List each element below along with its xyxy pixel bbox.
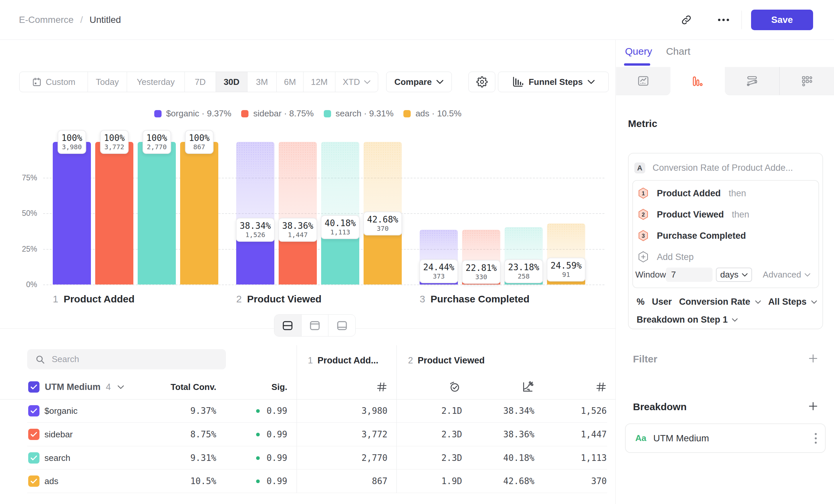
search-input[interactable]	[52, 354, 211, 364]
share-link-button[interactable]	[678, 12, 694, 28]
row-checkbox[interactable]	[28, 452, 40, 463]
tab-retention[interactable]	[779, 67, 834, 95]
legend-item-sidebar[interactable]: sidebar · 8.75%	[241, 109, 313, 119]
funnel-bar[interactable]	[505, 271, 543, 284]
count-icon[interactable]	[595, 381, 607, 393]
metric-letter-badge: A	[634, 162, 645, 174]
measure-steps-select[interactable]: All Steps	[768, 297, 807, 307]
save-button[interactable]: Save	[751, 9, 813, 30]
breakdown-on-step-select[interactable]: Breakdown on Step 1	[637, 315, 738, 325]
compare-label: Compare	[394, 77, 432, 87]
layout-chart-button[interactable]	[302, 315, 329, 336]
retention-icon	[800, 74, 814, 88]
tab-query[interactable]: Query	[625, 46, 652, 57]
topbar-divider	[742, 10, 742, 29]
step-hexagon-badge: 3	[638, 230, 649, 242]
total-conv-header[interactable]: Total Conv.	[170, 375, 216, 399]
row-checkbox[interactable]	[28, 405, 40, 416]
breakdown-count: 4	[106, 382, 111, 392]
funnel-bar[interactable]	[95, 142, 133, 284]
funnel-bar[interactable]	[321, 227, 359, 284]
measure-symbol: %	[637, 297, 644, 307]
add-breakdown-button[interactable]	[808, 401, 818, 411]
add-filter-button[interactable]	[808, 353, 818, 363]
top-bar: E-Commerce / Untitled Save	[0, 0, 834, 40]
legend-item-organic[interactable]: $organic · 9.37%	[154, 109, 232, 119]
legend-item-ads[interactable]: ads · 10.5%	[403, 109, 461, 119]
conv-rate-icon[interactable]	[522, 381, 534, 393]
query-step-row[interactable]: 3Purchase Completed	[638, 230, 746, 241]
table-row[interactable]: search9.31%0.992,7702.3D40.18%1,113	[0, 446, 616, 470]
report-title[interactable]: Untitled	[90, 15, 121, 25]
query-step-row[interactable]: 2Product Viewedthen	[638, 209, 749, 220]
window-value-input[interactable]	[666, 268, 712, 282]
callout-count: 2,770	[146, 143, 167, 151]
date-range-label: 3M	[256, 77, 268, 87]
sig-header[interactable]: Sig.	[254, 375, 287, 399]
table-row[interactable]: $organic9.37%0.993,9802.1D38.34%1,526	[0, 399, 616, 423]
topbar-actions: Save	[678, 0, 813, 40]
breadcrumb-section[interactable]: E-Commerce	[19, 15, 74, 25]
date-range-12m[interactable]: 12M	[304, 72, 335, 92]
compare-button[interactable]: Compare	[386, 72, 452, 92]
callout-percent: 40.18%	[325, 219, 356, 228]
funnel-bar[interactable]	[279, 230, 317, 284]
table-step1-header: 1 Product Add...	[308, 356, 378, 366]
metric-title[interactable]: Conversion Rate of Product Adde...	[653, 163, 793, 173]
advanced-toggle[interactable]: Advanced	[763, 268, 810, 282]
date-range-xtd[interactable]: XTD	[335, 72, 378, 92]
y-axis-label: 75%	[10, 173, 37, 182]
window-unit-select[interactable]: days	[716, 268, 752, 282]
step-number: 3	[420, 294, 425, 305]
row-checkbox[interactable]	[28, 429, 40, 440]
chevron-down-icon[interactable]	[117, 385, 124, 389]
measure-type-select[interactable]: Conversion Rate	[679, 297, 750, 307]
tab-chart[interactable]: Chart	[666, 46, 690, 57]
funnel-bar[interactable]	[420, 271, 458, 284]
date-range-6m[interactable]: 6M	[277, 72, 304, 92]
funnel-bar[interactable]	[547, 270, 585, 284]
funnel-steps-view-button[interactable]: Funnel Steps	[498, 72, 609, 92]
funnel-bar[interactable]	[180, 142, 218, 284]
tab-funnels[interactable]	[671, 67, 725, 95]
row-checkbox[interactable]	[28, 476, 40, 487]
tab-flows[interactable]	[725, 67, 779, 95]
callout-count: 1,526	[240, 231, 271, 239]
table-row[interactable]: sidebar8.75%0.993,7722.3D38.36%1,447	[0, 423, 616, 446]
breakdown-column-label[interactable]: UTM Medium	[45, 382, 101, 392]
more-menu-button[interactable]	[716, 12, 731, 28]
date-range-3m[interactable]: 3M	[247, 72, 277, 92]
funnel-bar[interactable]	[364, 224, 402, 284]
funnel-bar[interactable]	[462, 272, 500, 284]
bar-value-callout: 100%867	[185, 130, 214, 154]
chart-settings-button[interactable]	[468, 72, 495, 92]
funnel-bar[interactable]	[138, 142, 176, 284]
avg-time-icon[interactable]	[448, 381, 461, 393]
table-row[interactable]: ads10.5%0.998671.9D42.68%370	[0, 469, 616, 493]
active-tab-underline	[624, 63, 650, 66]
date-range-custom[interactable]: Custom	[20, 72, 88, 92]
date-range-yesterday[interactable]: Yesterday	[127, 72, 185, 92]
funnel-bar[interactable]	[236, 230, 275, 284]
date-range-7d[interactable]: 7D	[185, 72, 216, 92]
legend-swatch	[154, 110, 161, 117]
tab-insights[interactable]	[616, 67, 671, 95]
funnel-bar[interactable]	[53, 142, 91, 284]
select-all-checkbox[interactable]	[28, 381, 40, 393]
query-step-row[interactable]: 1Product Addedthen	[638, 188, 746, 199]
chevron-down-icon	[436, 79, 443, 84]
callout-percent: 42.68%	[367, 215, 398, 225]
kebab-menu-icon[interactable]	[814, 432, 817, 444]
layout-table-button[interactable]	[328, 315, 355, 336]
legend-item-search[interactable]: search · 9.31%	[324, 109, 394, 119]
layout-split-button[interactable]	[275, 315, 302, 336]
chevron-down-icon	[732, 318, 738, 322]
gridline-50	[43, 213, 605, 214]
count-icon[interactable]	[376, 381, 388, 393]
date-range-30d[interactable]: 30D	[216, 72, 247, 92]
add-step-button[interactable]: Add Step	[638, 252, 694, 262]
breakdown-property-card[interactable]: Aa UTM Medium	[625, 423, 826, 453]
filter-section-header: Filter	[633, 353, 657, 365]
date-range-today[interactable]: Today	[88, 72, 127, 92]
measure-entity[interactable]: User	[652, 297, 672, 307]
